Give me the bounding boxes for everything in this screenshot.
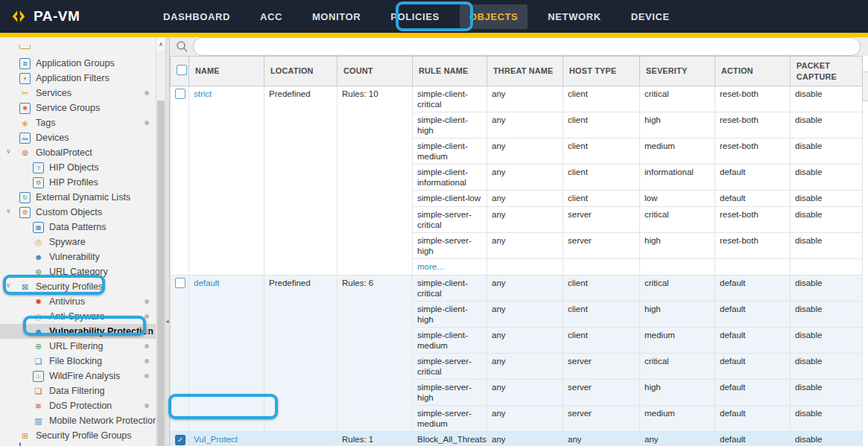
row-checkbox-cell [171,275,189,432]
nav-tab-acc[interactable]: ACC [250,4,292,29]
top-navbar: PA-VM DASHBOARDACCMONITORPOLICIESOBJECTS… [0,0,868,33]
host-type-cell: client [563,275,640,302]
sidebar-item-antivirus[interactable]: ✹Antivirus [0,294,165,309]
column-header-rule-name[interactable]: RULE NAME [413,57,487,86]
scrollbar-thumb[interactable] [157,101,165,446]
threat-name-cell: any [487,165,563,191]
profile-link-default[interactable]: default [194,278,220,287]
nav-tab-dashboard[interactable]: DASHBOARD [153,4,240,29]
column-header-count[interactable]: COUNT [338,57,413,86]
sidebar-item-vulnerability[interactable]: ☻Vulnerability [0,249,165,264]
table-row[interactable]: ✓Vul_ProtectRules: 1Block_All_Threatsany… [171,432,863,446]
collapse-sidebar-icon[interactable]: ◄ [165,319,170,324]
packet-capture-cell: disable [791,191,863,207]
pan-logo-icon [10,8,27,25]
hip-profiles-icon: ⚙ [33,177,44,188]
sidebar-item-custom-objects[interactable]: ∨⚙Custom Objects [0,205,165,220]
action-cell: default [715,432,791,446]
sidebar-item-service-groups[interactable]: ✱Service Groups [0,101,165,115]
nav-tab-device[interactable]: DEVICE [621,4,679,29]
rule-name-cell: simple-client-high [413,112,487,138]
action-cell: reset-both [715,207,791,233]
host-type-cell: client [563,165,640,191]
sidebar-item-file-blocking[interactable]: ❏File Blocking [0,354,165,369]
rule-name-cell: simple-client- medium [413,138,487,165]
nav-tab-network[interactable]: NETWORK [538,4,610,29]
sidebar-item-data-filtering[interactable]: ❏Data Filtering [0,383,165,398]
sidebar-item-hip-objects[interactable]: ?HIP Objects [0,160,165,175]
more-rules-link[interactable]: more... [417,262,444,271]
row-checkbox-strict[interactable] [175,89,186,99]
anti-spyware-icon: ◎ [33,311,44,322]
rule-name-cell: simple-server-high [413,380,487,406]
column-header-location[interactable]: LOCATION [264,57,338,86]
sidebar-item-label: File Blocking [49,356,102,366]
sidebar-item-mobile-network-protection[interactable]: ▥Mobile Network Protection [0,413,165,428]
column-header-action[interactable]: ACTION [715,57,791,86]
main-panel: NAMELOCATIONCOUNTRULE NAMETHREAT NAMEHOS… [170,37,868,446]
packet-capture-cell: disable [791,207,863,233]
sidebar-item-hip-profiles[interactable]: ⚙HIP Profiles [0,175,165,190]
sidebar-item-globalprotect[interactable]: ∨⊚GlobalProtect [0,145,165,160]
severity-cell: critical [640,86,715,112]
nav-tab-monitor[interactable]: MONITOR [302,4,370,29]
sidebar-item-security-profile-groups[interactable]: ⊞Security Profile Groups [0,428,165,443]
rule-name-cell: simple-server- critical [413,207,487,233]
sidebar-item-label: HIP Profiles [49,177,98,188]
sidebar-item-anti-spyware[interactable]: ◎Anti-Spyware [0,309,165,324]
host-type-cell: server [563,233,640,259]
sidebar-item-external-dynamic-lists[interactable]: ↻External Dynamic Lists [0,190,165,205]
sidebar-item-partial-top[interactable] [0,41,165,56]
packet-capture-cell: disable [791,328,863,354]
column-header-packet-capture[interactable]: PACKET CAPTURE [791,57,863,86]
nav-tab-policies[interactable]: POLICIES [381,4,449,29]
severity-cell: high [640,233,715,259]
status-dot [145,374,149,378]
sidebar-scrollbar: ∧ [156,37,165,446]
column-header-host-type[interactable]: HOST TYPE [563,57,640,86]
sidebar-item-partial-bottom[interactable] [0,443,165,446]
severity-cell: any [640,432,715,446]
profile-link-vul-protect[interactable]: Vul_Protect [194,435,238,444]
profile-link-strict[interactable]: strict [194,89,212,98]
sidebar-item-security-profiles[interactable]: ∨⊠Security Profiles [0,279,165,294]
sidebar-item-tags[interactable]: ◈Tags [0,115,165,130]
sidebar-item-url-category[interactable]: ⊕URL Category [0,264,165,279]
table-row[interactable]: strictPredefinedRules: 10simple-client- … [171,86,863,112]
spyware-icon: ◎ [33,237,44,248]
status-dot [145,314,149,319]
row-checkbox-vul-protect[interactable]: ✓ [175,435,186,445]
select-all-checkbox[interactable] [177,65,187,75]
sidebar-item-devices[interactable]: ▬Devices [0,130,165,145]
rule-name-cell: Block_All_Threats [413,432,487,446]
sidebar-item-wildfire-analysis[interactable]: ♨WildFire Analysis [0,369,165,383]
sidebar-item-application-groups[interactable]: ≣Application Groups [0,56,165,71]
column-header-severity[interactable]: SEVERITY [640,57,715,86]
column-header-name[interactable]: NAME [189,57,264,86]
sidebar-item-spyware[interactable]: ◎Spyware [0,235,165,249]
severity-cell: critical [640,275,715,302]
sidebar-item-dos-protection[interactable]: ≋DoS Protection [0,398,165,413]
row-checkbox-default[interactable] [175,278,186,288]
packet-capture-cell: disable [791,86,863,112]
sidebar-item-data-patterns[interactable]: ▦Data Patterns [0,220,165,235]
action-cell: reset-both [715,233,791,259]
sidebar-item-application-filters[interactable]: ▾Application Filters [0,71,165,86]
column-header-threat-name[interactable]: THREAT NAME [487,57,563,86]
chevron-down-icon[interactable]: ∨ [6,147,11,155]
chevron-down-icon[interactable]: ∨ [6,281,11,289]
count-cell: Rules: 10 [338,86,413,275]
sidebar-item-url-filtering[interactable]: ⊕URL Filtering [0,339,165,354]
sidebar-item-services[interactable]: ✂Services [0,86,165,101]
host-type-cell [563,259,640,275]
chevron-down-icon[interactable]: ∨ [6,207,11,214]
nav-tab-objects[interactable]: OBJECTS [460,4,528,29]
table-row[interactable]: defaultPredefinedRules: 6simple-client- … [171,275,863,302]
sidebar-item-label: Data Filtering [49,386,104,396]
sidebar-item-label: WildFire Analysis [49,371,120,381]
packet-capture-cell: disable [791,406,863,432]
packet-capture-cell: disable [791,380,863,406]
search-input[interactable] [193,37,861,56]
sidebar-item-vulnerability-protection[interactable]: ☻Vulnerability Protection [0,324,165,339]
scrollbar-up-arrow[interactable]: ∧ [156,37,165,51]
